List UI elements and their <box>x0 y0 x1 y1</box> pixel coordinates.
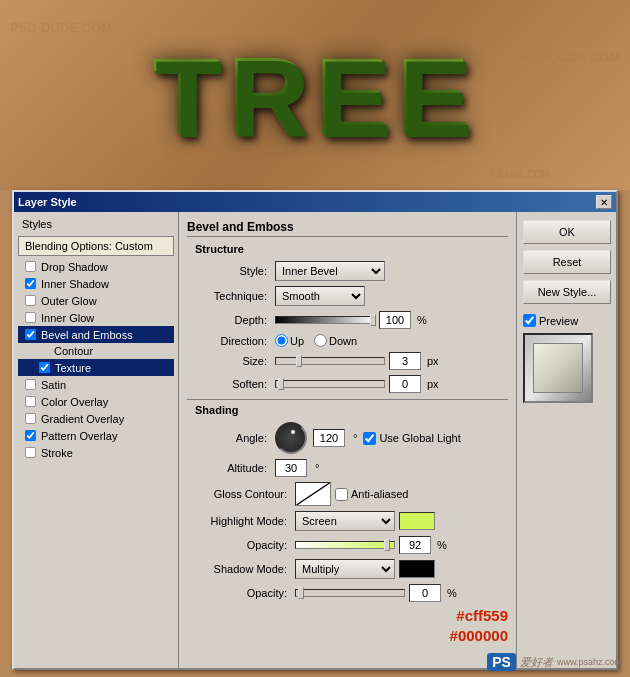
size-label: Size: <box>187 355 267 367</box>
stroke-checkbox[interactable] <box>25 447 36 458</box>
direction-down-label: Down <box>329 335 357 347</box>
gradient-overlay-label: Gradient Overlay <box>41 413 124 425</box>
depth-slider-thumb[interactable] <box>370 314 376 326</box>
preview-option[interactable]: Preview <box>523 314 578 327</box>
highlight-mode-select[interactable]: Screen Normal Multiply <box>295 511 395 531</box>
sidebar-item-pattern-overlay[interactable]: Pattern Overlay <box>18 427 174 444</box>
right-panel: OK Reset New Style... Preview <box>516 212 616 668</box>
shadow-mode-row: Shadow Mode: Multiply Normal Screen <box>187 559 508 579</box>
sidebar-item-gradient-overlay[interactable]: Gradient Overlay <box>18 410 174 427</box>
layer-style-dialog: Layer Style ✕ Styles Blending Options: C… <box>12 190 618 670</box>
ps-logo: PS <box>487 653 516 671</box>
bevel-emboss-checkbox[interactable] <box>25 329 36 340</box>
depth-slider-container: 100 % <box>275 311 427 329</box>
contour-preview[interactable] <box>295 482 331 506</box>
shadow-opacity-value[interactable]: 0 <box>409 584 441 602</box>
color-overlay-checkbox[interactable] <box>25 396 36 407</box>
ok-button[interactable]: OK <box>523 220 611 244</box>
ps-logo-area: PS 爱好者 www.psahz.com <box>487 653 622 671</box>
inner-glow-label: Inner Glow <box>41 312 94 324</box>
shadow-opacity-track[interactable] <box>295 589 405 597</box>
texture-checkbox[interactable] <box>39 362 50 373</box>
outer-glow-checkbox[interactable] <box>25 295 36 306</box>
highlight-opacity-track[interactable] <box>295 541 395 549</box>
soften-slider-thumb[interactable] <box>278 378 284 390</box>
drop-shadow-checkbox[interactable] <box>25 261 36 272</box>
angle-dial[interactable] <box>275 422 307 454</box>
size-slider-track[interactable] <box>275 357 385 365</box>
size-slider-thumb[interactable] <box>296 355 302 367</box>
soften-row: Soften: 0 px <box>187 375 508 393</box>
altitude-control: 30 ° <box>275 459 319 477</box>
close-button[interactable]: ✕ <box>596 195 612 209</box>
preview-inner <box>533 343 583 393</box>
depth-value[interactable]: 100 <box>379 311 411 329</box>
sidebar-item-contour[interactable]: Contour <box>18 343 174 359</box>
sidebar-item-inner-glow[interactable]: Inner Glow <box>18 309 174 326</box>
altitude-value[interactable]: 30 <box>275 459 307 477</box>
global-light-option[interactable]: Use Global Light <box>363 432 460 445</box>
anti-aliased-checkbox[interactable] <box>335 488 348 501</box>
sidebar-item-texture[interactable]: Texture <box>18 359 174 376</box>
inner-shadow-label: Inner Shadow <box>41 278 109 290</box>
style-select[interactable]: Inner Bevel Outer Bevel Emboss <box>275 261 385 281</box>
hex-value-1: #cff559 <box>456 607 508 624</box>
angle-row: Angle: 120 ° Use Global Light <box>187 422 508 454</box>
preview-area: Preview <box>523 314 610 403</box>
direction-label: Direction: <box>187 335 267 347</box>
soften-slider-container: 0 px <box>275 375 439 393</box>
shadow-color-swatch[interactable] <box>399 560 435 578</box>
technique-select[interactable]: Smooth Chisel Hard Chisel Soft <box>275 286 365 306</box>
angle-value[interactable]: 120 <box>313 429 345 447</box>
watermark-2: PSD-DUDE.COM <box>518 50 620 65</box>
preview-checkbox[interactable] <box>523 314 536 327</box>
direction-down-radio[interactable] <box>314 334 327 347</box>
style-row: Style: Inner Bevel Outer Bevel Emboss <box>187 261 508 281</box>
gradient-overlay-checkbox[interactable] <box>25 413 36 424</box>
bevel-emboss-label: Bevel and Emboss <box>41 329 133 341</box>
size-value[interactable]: 3 <box>389 352 421 370</box>
highlight-opacity-thumb[interactable] <box>384 539 390 551</box>
banner: PSD-DUDE.COM PSD-DUDE.COM PSD-DUDE.COM P… <box>0 0 630 190</box>
direction-radio-group: Up Down <box>275 334 357 347</box>
direction-up-radio[interactable] <box>275 334 288 347</box>
sidebar-item-drop-shadow[interactable]: Drop Shadow <box>18 258 174 275</box>
sidebar-item-inner-shadow[interactable]: Inner Shadow <box>18 275 174 292</box>
blending-options-item[interactable]: Blending Options: Custom <box>18 236 174 256</box>
sidebar-item-outer-glow[interactable]: Outer Glow <box>18 292 174 309</box>
hex-display-area: #cff559 #000000 <box>187 607 508 644</box>
section-title: Bevel and Emboss <box>187 220 508 237</box>
satin-checkbox[interactable] <box>25 379 36 390</box>
highlight-opacity-value[interactable]: 92 <box>399 536 431 554</box>
stroke-label: Stroke <box>41 447 73 459</box>
pattern-overlay-checkbox[interactable] <box>25 430 36 441</box>
highlight-color-swatch[interactable] <box>399 512 435 530</box>
soften-slider-track[interactable] <box>275 380 385 388</box>
sidebar-item-stroke[interactable]: Stroke <box>18 444 174 461</box>
shadow-mode-label: Shadow Mode: <box>187 563 287 575</box>
shadow-mode-select[interactable]: Multiply Normal Screen <box>295 559 395 579</box>
anti-aliased-label: Anti-aliased <box>351 488 408 500</box>
reset-button[interactable]: Reset <box>523 250 611 274</box>
inner-glow-checkbox[interactable] <box>25 312 36 323</box>
global-light-checkbox[interactable] <box>363 432 376 445</box>
sidebar-item-color-overlay[interactable]: Color Overlay <box>18 393 174 410</box>
inner-shadow-checkbox[interactable] <box>25 278 36 289</box>
sidebar-item-bevel-emboss[interactable]: Bevel and Emboss <box>18 326 174 343</box>
direction-up-option[interactable]: Up <box>275 334 304 347</box>
highlight-opacity-unit: % <box>437 539 447 551</box>
size-row: Size: 3 px <box>187 352 508 370</box>
size-slider-container: 3 px <box>275 352 439 370</box>
drop-shadow-label: Drop Shadow <box>41 261 108 273</box>
soften-value[interactable]: 0 <box>389 375 421 393</box>
satin-label: Satin <box>41 379 66 391</box>
direction-down-option[interactable]: Down <box>314 334 357 347</box>
new-style-button[interactable]: New Style... <box>523 280 611 304</box>
highlight-mode-row: Highlight Mode: Screen Normal Multiply <box>187 511 508 531</box>
main-content: Bevel and Emboss Structure Style: Inner … <box>179 212 516 668</box>
shadow-opacity-thumb[interactable] <box>298 587 304 599</box>
depth-slider-track[interactable] <box>275 316 375 324</box>
sidebar-item-satin[interactable]: Satin <box>18 376 174 393</box>
anti-aliased-option[interactable]: Anti-aliased <box>335 488 408 501</box>
gloss-contour-row: Gloss Contour: Anti-aliased <box>187 482 508 506</box>
